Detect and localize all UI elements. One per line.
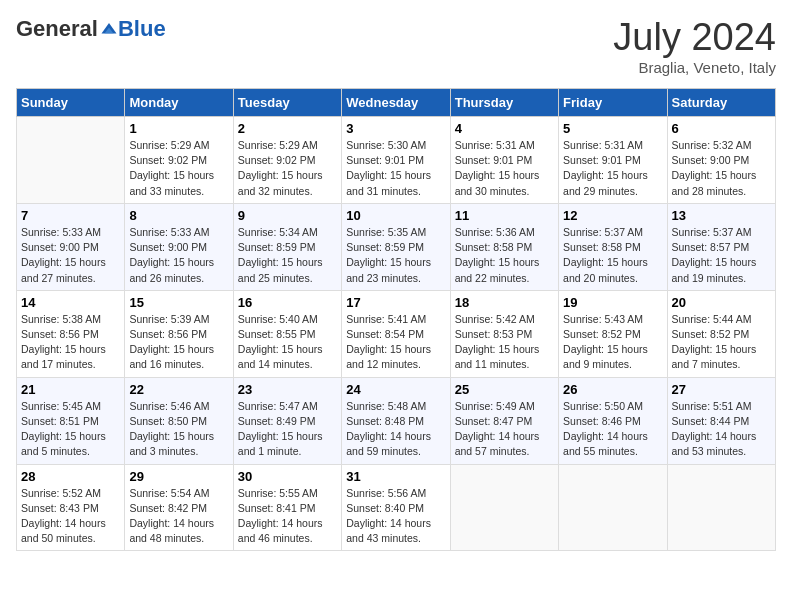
cell-info: Sunrise: 5:42 AM Sunset: 8:53 PM Dayligh…: [455, 312, 554, 373]
day-number: 5: [563, 121, 662, 136]
cell-info: Sunrise: 5:49 AM Sunset: 8:47 PM Dayligh…: [455, 399, 554, 460]
calendar-cell: 22Sunrise: 5:46 AM Sunset: 8:50 PM Dayli…: [125, 377, 233, 464]
cell-info: Sunrise: 5:37 AM Sunset: 8:57 PM Dayligh…: [672, 225, 771, 286]
day-number: 31: [346, 469, 445, 484]
day-number: 13: [672, 208, 771, 223]
day-number: 28: [21, 469, 120, 484]
cell-info: Sunrise: 5:52 AM Sunset: 8:43 PM Dayligh…: [21, 486, 120, 547]
header-tuesday: Tuesday: [233, 89, 341, 117]
calendar-cell: 20Sunrise: 5:44 AM Sunset: 8:52 PM Dayli…: [667, 290, 775, 377]
calendar-cell: 5Sunrise: 5:31 AM Sunset: 9:01 PM Daylig…: [559, 117, 667, 204]
cell-info: Sunrise: 5:29 AM Sunset: 9:02 PM Dayligh…: [238, 138, 337, 199]
calendar-cell: 15Sunrise: 5:39 AM Sunset: 8:56 PM Dayli…: [125, 290, 233, 377]
cell-info: Sunrise: 5:40 AM Sunset: 8:55 PM Dayligh…: [238, 312, 337, 373]
calendar-cell: 7Sunrise: 5:33 AM Sunset: 9:00 PM Daylig…: [17, 203, 125, 290]
cell-info: Sunrise: 5:43 AM Sunset: 8:52 PM Dayligh…: [563, 312, 662, 373]
day-number: 4: [455, 121, 554, 136]
cell-info: Sunrise: 5:45 AM Sunset: 8:51 PM Dayligh…: [21, 399, 120, 460]
cell-info: Sunrise: 5:46 AM Sunset: 8:50 PM Dayligh…: [129, 399, 228, 460]
logo-general: General: [16, 16, 98, 42]
day-number: 3: [346, 121, 445, 136]
day-number: 10: [346, 208, 445, 223]
calendar-cell: 14Sunrise: 5:38 AM Sunset: 8:56 PM Dayli…: [17, 290, 125, 377]
calendar-cell: 13Sunrise: 5:37 AM Sunset: 8:57 PM Dayli…: [667, 203, 775, 290]
calendar-cell: 16Sunrise: 5:40 AM Sunset: 8:55 PM Dayli…: [233, 290, 341, 377]
logo: General Blue: [16, 16, 166, 42]
cell-info: Sunrise: 5:37 AM Sunset: 8:58 PM Dayligh…: [563, 225, 662, 286]
cell-info: Sunrise: 5:55 AM Sunset: 8:41 PM Dayligh…: [238, 486, 337, 547]
header-monday: Monday: [125, 89, 233, 117]
cell-info: Sunrise: 5:50 AM Sunset: 8:46 PM Dayligh…: [563, 399, 662, 460]
week-row-5: 28Sunrise: 5:52 AM Sunset: 8:43 PM Dayli…: [17, 464, 776, 551]
cell-info: Sunrise: 5:33 AM Sunset: 9:00 PM Dayligh…: [21, 225, 120, 286]
day-number: 26: [563, 382, 662, 397]
day-number: 15: [129, 295, 228, 310]
week-row-2: 7Sunrise: 5:33 AM Sunset: 9:00 PM Daylig…: [17, 203, 776, 290]
calendar-cell: [17, 117, 125, 204]
day-number: 2: [238, 121, 337, 136]
day-number: 25: [455, 382, 554, 397]
header-thursday: Thursday: [450, 89, 558, 117]
cell-info: Sunrise: 5:33 AM Sunset: 9:00 PM Dayligh…: [129, 225, 228, 286]
cell-info: Sunrise: 5:44 AM Sunset: 8:52 PM Dayligh…: [672, 312, 771, 373]
calendar-cell: 29Sunrise: 5:54 AM Sunset: 8:42 PM Dayli…: [125, 464, 233, 551]
day-number: 1: [129, 121, 228, 136]
calendar-cell: 19Sunrise: 5:43 AM Sunset: 8:52 PM Dayli…: [559, 290, 667, 377]
cell-info: Sunrise: 5:54 AM Sunset: 8:42 PM Dayligh…: [129, 486, 228, 547]
day-number: 18: [455, 295, 554, 310]
cell-info: Sunrise: 5:31 AM Sunset: 9:01 PM Dayligh…: [455, 138, 554, 199]
calendar-cell: 12Sunrise: 5:37 AM Sunset: 8:58 PM Dayli…: [559, 203, 667, 290]
day-number: 12: [563, 208, 662, 223]
cell-info: Sunrise: 5:31 AM Sunset: 9:01 PM Dayligh…: [563, 138, 662, 199]
location: Braglia, Veneto, Italy: [613, 59, 776, 76]
calendar-cell: 31Sunrise: 5:56 AM Sunset: 8:40 PM Dayli…: [342, 464, 450, 551]
calendar-cell: [450, 464, 558, 551]
calendar-cell: 3Sunrise: 5:30 AM Sunset: 9:01 PM Daylig…: [342, 117, 450, 204]
month-year: July 2024: [613, 16, 776, 59]
cell-info: Sunrise: 5:34 AM Sunset: 8:59 PM Dayligh…: [238, 225, 337, 286]
cell-info: Sunrise: 5:41 AM Sunset: 8:54 PM Dayligh…: [346, 312, 445, 373]
calendar-cell: 18Sunrise: 5:42 AM Sunset: 8:53 PM Dayli…: [450, 290, 558, 377]
day-number: 11: [455, 208, 554, 223]
day-number: 21: [21, 382, 120, 397]
week-row-3: 14Sunrise: 5:38 AM Sunset: 8:56 PM Dayli…: [17, 290, 776, 377]
calendar-cell: [667, 464, 775, 551]
day-number: 27: [672, 382, 771, 397]
calendar-cell: 27Sunrise: 5:51 AM Sunset: 8:44 PM Dayli…: [667, 377, 775, 464]
calendar-cell: 28Sunrise: 5:52 AM Sunset: 8:43 PM Dayli…: [17, 464, 125, 551]
day-number: 19: [563, 295, 662, 310]
header-wednesday: Wednesday: [342, 89, 450, 117]
day-number: 29: [129, 469, 228, 484]
calendar-cell: 11Sunrise: 5:36 AM Sunset: 8:58 PM Dayli…: [450, 203, 558, 290]
calendar-cell: 24Sunrise: 5:48 AM Sunset: 8:48 PM Dayli…: [342, 377, 450, 464]
calendar-cell: 25Sunrise: 5:49 AM Sunset: 8:47 PM Dayli…: [450, 377, 558, 464]
calendar-cell: 10Sunrise: 5:35 AM Sunset: 8:59 PM Dayli…: [342, 203, 450, 290]
calendar-table: SundayMondayTuesdayWednesdayThursdayFrid…: [16, 88, 776, 551]
logo-blue: Blue: [118, 16, 166, 42]
day-number: 23: [238, 382, 337, 397]
cell-info: Sunrise: 5:51 AM Sunset: 8:44 PM Dayligh…: [672, 399, 771, 460]
title-block: July 2024 Braglia, Veneto, Italy: [613, 16, 776, 76]
calendar-header-row: SundayMondayTuesdayWednesdayThursdayFrid…: [17, 89, 776, 117]
week-row-1: 1Sunrise: 5:29 AM Sunset: 9:02 PM Daylig…: [17, 117, 776, 204]
week-row-4: 21Sunrise: 5:45 AM Sunset: 8:51 PM Dayli…: [17, 377, 776, 464]
calendar-cell: 8Sunrise: 5:33 AM Sunset: 9:00 PM Daylig…: [125, 203, 233, 290]
cell-info: Sunrise: 5:36 AM Sunset: 8:58 PM Dayligh…: [455, 225, 554, 286]
cell-info: Sunrise: 5:29 AM Sunset: 9:02 PM Dayligh…: [129, 138, 228, 199]
cell-info: Sunrise: 5:38 AM Sunset: 8:56 PM Dayligh…: [21, 312, 120, 373]
calendar-cell: 4Sunrise: 5:31 AM Sunset: 9:01 PM Daylig…: [450, 117, 558, 204]
cell-info: Sunrise: 5:56 AM Sunset: 8:40 PM Dayligh…: [346, 486, 445, 547]
day-number: 22: [129, 382, 228, 397]
logo-icon: [100, 20, 118, 38]
calendar-cell: 1Sunrise: 5:29 AM Sunset: 9:02 PM Daylig…: [125, 117, 233, 204]
day-number: 24: [346, 382, 445, 397]
cell-info: Sunrise: 5:39 AM Sunset: 8:56 PM Dayligh…: [129, 312, 228, 373]
day-number: 6: [672, 121, 771, 136]
day-number: 17: [346, 295, 445, 310]
cell-info: Sunrise: 5:30 AM Sunset: 9:01 PM Dayligh…: [346, 138, 445, 199]
calendar-cell: 17Sunrise: 5:41 AM Sunset: 8:54 PM Dayli…: [342, 290, 450, 377]
cell-info: Sunrise: 5:48 AM Sunset: 8:48 PM Dayligh…: [346, 399, 445, 460]
calendar-cell: [559, 464, 667, 551]
page-header: General Blue July 2024 Braglia, Veneto, …: [16, 16, 776, 76]
day-number: 8: [129, 208, 228, 223]
